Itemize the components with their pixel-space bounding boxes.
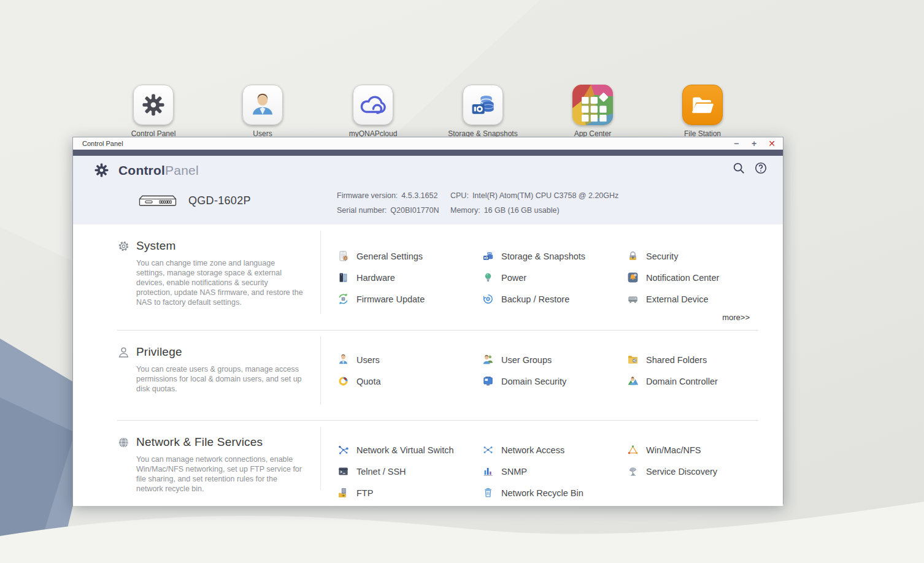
network-recycle-bin-icon <box>482 487 494 499</box>
desktop-icon-users[interactable]: Users <box>226 85 299 138</box>
window-titlebar[interactable]: Control Panel − + ✕ <box>73 137 783 150</box>
item-label: Telnet / SSH <box>356 467 406 477</box>
window-content: System You can change time zone and lang… <box>73 224 783 506</box>
item-label: Quota <box>356 377 381 386</box>
search-icon[interactable] <box>732 161 745 175</box>
item-external-device[interactable]: External Device <box>627 288 772 310</box>
gear-icon <box>94 163 109 178</box>
section-network-file-services: Network & File Services You can manage n… <box>73 421 783 506</box>
item-network-access[interactable]: Network Access <box>482 439 627 461</box>
network-virtual-switch-icon <box>337 444 349 456</box>
ftp-icon <box>337 487 349 499</box>
firmware-value: 4.5.3.1652 <box>401 191 437 200</box>
cloud-icon <box>359 95 387 115</box>
item-backup-restore[interactable]: Backup / Restore <box>482 288 627 310</box>
users-avatar-icon <box>250 92 275 118</box>
memory-value: 16 GB (16 GB usable) <box>484 206 560 215</box>
network-section-icon <box>117 436 130 449</box>
item-notification-center[interactable]: Notification Center <box>627 267 772 288</box>
item-telnet-ssh[interactable]: Telnet / SSH <box>337 461 482 482</box>
item-label: Storage & Snapshots <box>501 251 585 261</box>
firmware-update-icon <box>337 293 349 305</box>
desktop-icon-storage-snapshots[interactable]: Storage & Snapshots <box>446 85 520 138</box>
storage-snapshots-icon <box>482 250 494 262</box>
item-label: Network Access <box>501 445 564 455</box>
item-users[interactable]: Users <box>337 349 482 370</box>
item-label: Notification Center <box>646 273 719 283</box>
item-domain-controller[interactable]: Domain Controller <box>627 370 772 392</box>
item-label: FTP <box>356 488 373 498</box>
item-power[interactable]: Power <box>482 267 627 288</box>
hardware-icon <box>337 272 349 283</box>
item-label: Network Recycle Bin <box>501 488 583 498</box>
domain-security-icon <box>482 375 494 387</box>
backup-restore-icon <box>482 293 494 305</box>
help-icon[interactable] <box>754 161 768 175</box>
control-panel-window: Control Panel − + ✕ ControlPanel QGD-160… <box>72 137 783 504</box>
item-label: Domain Controller <box>646 377 718 386</box>
item-label: Hardware <box>356 273 395 283</box>
telnet-ssh-icon <box>337 465 349 477</box>
memory-label: Memory: <box>450 206 480 215</box>
item-security[interactable]: Security <box>627 245 772 267</box>
network-access-icon <box>482 444 494 456</box>
item-label: SNMP <box>501 467 527 477</box>
item-service-discovery[interactable]: Service Discovery <box>627 461 772 482</box>
item-label: General Settings <box>356 251 423 261</box>
item-win-mac-nfs[interactable]: Win/Mac/NFS <box>627 439 772 461</box>
section-title: System <box>136 239 176 253</box>
item-network-virtual-switch[interactable]: Network & Virtual Switch <box>337 439 482 461</box>
shared-folders-icon <box>627 354 639 366</box>
serial-label: Serial number: <box>337 206 387 215</box>
folder-icon <box>690 92 715 118</box>
section-title: Network & File Services <box>136 435 263 449</box>
item-general-settings[interactable]: General Settings <box>337 245 482 267</box>
storage-snapshots-icon <box>469 91 496 118</box>
item-label: User Groups <box>501 355 552 365</box>
item-label: Service Discovery <box>646 467 717 477</box>
desktop-icon-control-panel[interactable]: Control Panel <box>117 85 190 138</box>
maximize-button[interactable]: + <box>749 137 759 150</box>
minimize-button[interactable]: − <box>731 137 741 150</box>
item-ftp[interactable]: FTP <box>337 482 482 504</box>
item-label: Win/Mac/NFS <box>646 445 701 455</box>
desktop-icon-file-station[interactable]: File Station <box>666 85 739 138</box>
item-firmware-update[interactable]: Firmware Update <box>337 288 482 310</box>
privilege-section-icon <box>117 346 130 359</box>
accent-bar <box>73 150 783 156</box>
system-section-icon <box>117 240 130 253</box>
win-mac-nfs-icon <box>627 444 639 456</box>
section-privilege: Privilege You can create users & groups,… <box>73 331 783 420</box>
item-label: Firmware Update <box>356 294 425 304</box>
cpu-label: CPU: <box>450 191 469 200</box>
item-label: External Device <box>646 294 709 304</box>
more-link[interactable]: more>> <box>722 313 750 322</box>
item-user-groups[interactable]: User Groups <box>482 349 627 370</box>
app-title: ControlPanel <box>118 163 199 178</box>
device-model: QGD-1602P <box>188 194 251 207</box>
item-hardware[interactable]: Hardware <box>337 267 482 288</box>
item-shared-folders[interactable]: Shared Folders <box>627 349 772 370</box>
section-system: System You can change time zone and lang… <box>73 224 783 330</box>
section-title: Privilege <box>136 345 182 359</box>
item-snmp[interactable]: SNMP <box>482 461 627 482</box>
item-storage-snapshots[interactable]: Storage & Snapshots <box>482 245 627 267</box>
cpu-value: Intel(R) Atom(TM) CPU C3758 @ 2.20GHz <box>472 191 618 200</box>
external-device-icon <box>627 293 639 305</box>
control-panel-gear-icon <box>141 93 166 117</box>
item-label: Security <box>646 251 678 261</box>
notification-center-icon <box>627 272 639 283</box>
window-title: Control Panel <box>73 140 123 147</box>
item-label: Network & Virtual Switch <box>356 445 453 455</box>
device-info-left: Firmware version:4.5.3.1652 Serial numbe… <box>337 188 439 218</box>
close-button[interactable]: ✕ <box>767 137 777 150</box>
item-label: Backup / Restore <box>501 294 569 304</box>
desktop-icon-app-center[interactable]: App Center <box>556 85 629 138</box>
serial-value: Q20BI01770N <box>390 206 439 215</box>
desktop-icon-myqnapcloud[interactable]: myQNAPcloud <box>336 85 410 138</box>
item-domain-security[interactable]: Domain Security <box>482 370 627 392</box>
item-network-recycle-bin[interactable]: Network Recycle Bin <box>482 482 627 504</box>
item-quota[interactable]: Quota <box>337 370 482 392</box>
item-label: Domain Security <box>501 377 566 386</box>
window-header: ControlPanel QGD-1602P Firmware version:… <box>73 156 783 224</box>
